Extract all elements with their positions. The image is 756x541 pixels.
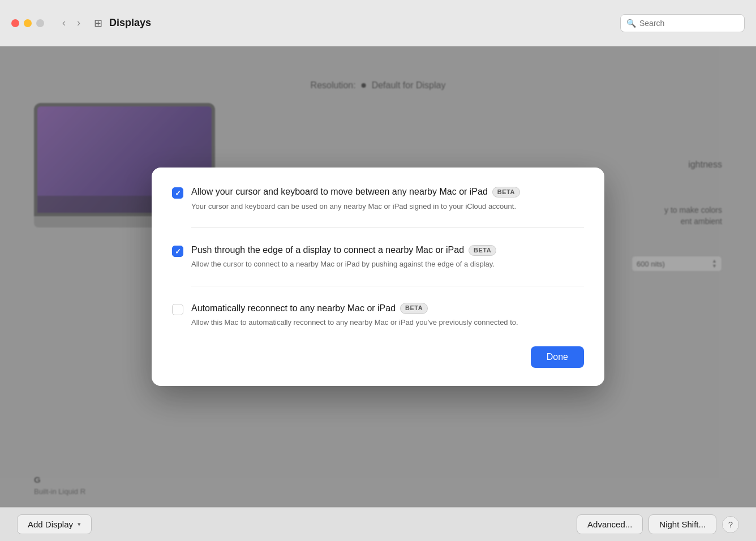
- option-title-1: Allow your cursor and keyboard to move b…: [191, 186, 584, 198]
- option-desc-1: Your cursor and keyboard can be used on …: [191, 201, 584, 212]
- option-content-2: Push through the edge of a display to co…: [191, 244, 584, 270]
- checkbox-2[interactable]: [172, 246, 183, 257]
- add-display-label: Add Display: [28, 519, 73, 529]
- done-button[interactable]: Done: [531, 346, 584, 368]
- checkbox-3[interactable]: [172, 304, 183, 315]
- search-bar[interactable]: 🔍: [620, 14, 745, 32]
- bottom-toolbar: Add Display ▾ Advanced... Night Shift...…: [0, 507, 756, 541]
- close-button[interactable]: [11, 19, 19, 27]
- advanced-button[interactable]: Advanced...: [577, 514, 643, 534]
- beta-badge-1: BETA: [492, 187, 520, 197]
- night-shift-button[interactable]: Night Shift...: [648, 514, 716, 534]
- beta-badge-3: BETA: [400, 303, 428, 314]
- checkbox-container-1[interactable]: [172, 187, 183, 199]
- forward-button[interactable]: ›: [72, 15, 85, 31]
- back-button[interactable]: ‹: [58, 15, 70, 31]
- beta-badge-2: BETA: [469, 245, 496, 256]
- bottom-right-buttons: Advanced... Night Shift... ?: [577, 514, 739, 534]
- option-title-text-2: Push through the edge of a display to co…: [191, 244, 464, 256]
- search-input[interactable]: [639, 19, 738, 28]
- checkbox-container-2[interactable]: [172, 246, 183, 257]
- title-bar: ‹ › ⊞ Displays 🔍: [0, 0, 756, 46]
- option-content-1: Allow your cursor and keyboard to move b…: [191, 186, 584, 212]
- add-display-button[interactable]: Add Display ▾: [17, 514, 92, 534]
- window-controls: [11, 19, 44, 27]
- minimize-button[interactable]: [24, 19, 32, 27]
- search-icon: 🔍: [626, 19, 636, 28]
- option-title-2: Push through the edge of a display to co…: [191, 244, 584, 256]
- divider-2: [191, 286, 584, 286]
- option-content-3: Automatically reconnect to any nearby Ma…: [191, 302, 584, 328]
- option-item-1: Allow your cursor and keyboard to move b…: [172, 186, 584, 212]
- chevron-down-icon: ▾: [78, 521, 81, 528]
- page-title: Displays: [109, 17, 151, 29]
- checkbox-container-3[interactable]: [172, 304, 183, 315]
- help-button[interactable]: ?: [722, 516, 739, 533]
- checkbox-1[interactable]: [172, 187, 183, 199]
- maximize-button[interactable]: [36, 19, 44, 27]
- nav-arrows: ‹ ›: [58, 15, 85, 31]
- main-content: Resolution: Default for Display G Built-…: [0, 46, 756, 507]
- modal-overlay: Allow your cursor and keyboard to move b…: [0, 46, 756, 507]
- option-desc-2: Allow the cursor to connect to a nearby …: [191, 259, 584, 270]
- grid-icon[interactable]: ⊞: [94, 17, 102, 29]
- option-title-3: Automatically reconnect to any nearby Ma…: [191, 302, 584, 315]
- modal-dialog: Allow your cursor and keyboard to move b…: [152, 168, 604, 386]
- modal-footer: Done: [172, 346, 584, 368]
- divider-1: [191, 227, 584, 228]
- option-item-3: Automatically reconnect to any nearby Ma…: [172, 302, 584, 328]
- option-desc-3: Allow this Mac to automatically reconnec…: [191, 317, 584, 328]
- option-title-text-3: Automatically reconnect to any nearby Ma…: [191, 302, 396, 315]
- option-item-2: Push through the edge of a display to co…: [172, 244, 584, 270]
- option-title-text-1: Allow your cursor and keyboard to move b…: [191, 186, 488, 198]
